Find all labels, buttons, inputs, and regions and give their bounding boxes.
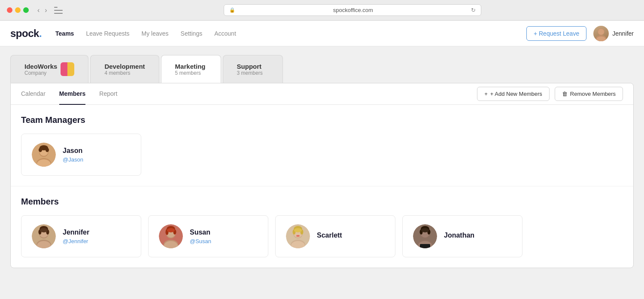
forward-button[interactable]: › xyxy=(43,6,49,15)
nav-teams[interactable]: Teams xyxy=(55,28,74,39)
jonathan-name: Jonathan xyxy=(444,232,474,239)
susan-handle: @Susan xyxy=(190,238,211,244)
user-name: Jennifer xyxy=(612,30,634,37)
scarlett-info: Scarlett xyxy=(317,232,342,241)
svg-rect-2 xyxy=(54,13,63,14)
members-title: Members xyxy=(21,197,623,207)
add-icon: + xyxy=(484,91,488,97)
team-tab-marketing[interactable]: Marketing 5 members xyxy=(161,55,221,83)
ideoworks-icon xyxy=(61,62,74,76)
traffic-lights xyxy=(7,7,29,13)
header-right: + Request Leave Jennifer xyxy=(526,26,634,41)
request-leave-button[interactable]: + Request Leave xyxy=(526,26,586,41)
nav-leave-requests[interactable]: Leave Requests xyxy=(86,28,129,39)
team-tab-ideoworks[interactable]: IdeoWorks Company xyxy=(10,55,88,83)
team-managers-title: Team Managers xyxy=(21,115,623,125)
manager-cards: Jason @Jason xyxy=(21,134,623,176)
user-profile[interactable]: Jennifer xyxy=(593,26,634,41)
jason-handle: @Jason xyxy=(63,156,83,163)
avatar-jason xyxy=(32,143,56,167)
team-managers-section: Team Managers xyxy=(11,105,633,186)
avatar xyxy=(593,26,609,41)
browser-chrome: ‹ › 🔒 spockoffice.com ↻ xyxy=(0,0,644,21)
url-text: spockoffice.com xyxy=(333,7,373,13)
jennifer-name: Jennifer xyxy=(63,229,89,236)
trash-icon: 🗑 xyxy=(562,91,568,97)
avatar-jennifer-card xyxy=(32,224,56,248)
jason-info: Jason @Jason xyxy=(63,147,83,163)
close-button[interactable] xyxy=(7,7,12,13)
susan-name: Susan xyxy=(190,229,211,236)
main-nav: Teams Leave Requests My leaves Settings … xyxy=(55,28,526,39)
remove-members-label: Remove Members xyxy=(570,91,616,97)
development-name: Development xyxy=(104,63,145,70)
team-tab-development[interactable]: Development 4 members xyxy=(90,55,159,83)
svg-point-42 xyxy=(296,235,300,237)
marketing-sub: 5 members xyxy=(175,70,206,76)
member-card-jonathan: Jonathan xyxy=(402,215,522,257)
avatar-susan-card xyxy=(159,224,183,248)
avatar-image xyxy=(593,26,609,41)
refresh-icon[interactable]: ↻ xyxy=(471,7,476,13)
back-button[interactable]: ‹ xyxy=(36,6,41,15)
svg-point-51 xyxy=(421,228,429,232)
susan-info: Susan @Susan xyxy=(190,229,211,244)
members-section: Members xyxy=(11,186,633,268)
svg-point-41 xyxy=(294,228,302,232)
logo: spock. xyxy=(10,27,42,40)
minimize-button[interactable] xyxy=(15,7,21,13)
address-bar[interactable]: 🔒 spockoffice.com ↻ xyxy=(224,4,481,16)
jonathan-info: Jonathan xyxy=(444,232,474,241)
tab-calendar[interactable]: Calendar xyxy=(21,83,46,105)
ideoworks-name: IdeoWorks xyxy=(24,63,57,70)
jennifer-info: Jennifer @Jennifer xyxy=(63,229,89,244)
svg-point-14 xyxy=(46,148,49,152)
app-header: spock. Teams Leave Requests My leaves Se… xyxy=(0,21,644,46)
main-content: IdeoWorks Company Development 4 members … xyxy=(0,46,644,299)
remove-members-button[interactable]: 🗑 Remove Members xyxy=(555,87,623,101)
manager-card-jason: Jason @Jason xyxy=(21,134,141,176)
add-members-label: + Add New Members xyxy=(490,91,542,97)
svg-point-23 xyxy=(40,228,48,232)
logo-text: spock. xyxy=(10,27,42,40)
development-sub: 4 members xyxy=(104,70,145,76)
logo-word: spock xyxy=(10,27,39,39)
team-tab-support[interactable]: Support 3 members xyxy=(223,55,283,83)
member-card-susan: Susan @Susan xyxy=(148,215,268,257)
nav-account[interactable]: Account xyxy=(214,28,236,39)
sidebar-toggle[interactable] xyxy=(54,7,63,14)
support-sub: 3 members xyxy=(237,70,263,76)
member-cards: Jennifer @Jennifer xyxy=(21,215,623,257)
jason-name: Jason xyxy=(63,147,83,155)
team-tabs: IdeoWorks Company Development 4 members … xyxy=(10,55,634,83)
marketing-name: Marketing xyxy=(175,63,206,70)
nav-settings[interactable]: Settings xyxy=(181,28,203,39)
svg-rect-52 xyxy=(420,244,430,248)
sub-tabs: Calendar Members Report + + Add New Memb… xyxy=(11,83,633,105)
svg-point-5 xyxy=(598,29,604,35)
content-panel: Calendar Members Report + + Add New Memb… xyxy=(10,83,634,268)
svg-point-32 xyxy=(167,228,175,232)
nav-arrows: ‹ › xyxy=(36,6,49,15)
nav-my-leaves[interactable]: My leaves xyxy=(142,28,169,39)
member-card-scarlett: Scarlett xyxy=(275,215,395,257)
avatar-scarlett-card xyxy=(286,224,310,248)
svg-point-13 xyxy=(39,148,42,152)
add-new-members-button[interactable]: + + Add New Members xyxy=(477,87,550,101)
scarlett-name: Scarlett xyxy=(317,232,342,239)
ideoworks-sub: Company xyxy=(24,70,57,76)
tab-members[interactable]: Members xyxy=(59,83,85,105)
svg-rect-0 xyxy=(54,7,58,8)
member-card-jennifer: Jennifer @Jennifer xyxy=(21,215,141,257)
sub-tabs-actions: + + Add New Members 🗑 Remove Members xyxy=(477,87,623,101)
maximize-button[interactable] xyxy=(23,7,29,13)
svg-rect-1 xyxy=(54,10,63,11)
tab-report[interactable]: Report xyxy=(99,83,117,105)
lock-icon: 🔒 xyxy=(229,7,235,13)
avatar-jonathan-card xyxy=(413,224,437,248)
support-name: Support xyxy=(237,63,263,70)
jennifer-handle: @Jennifer xyxy=(63,238,89,244)
logo-dot: . xyxy=(39,27,42,39)
